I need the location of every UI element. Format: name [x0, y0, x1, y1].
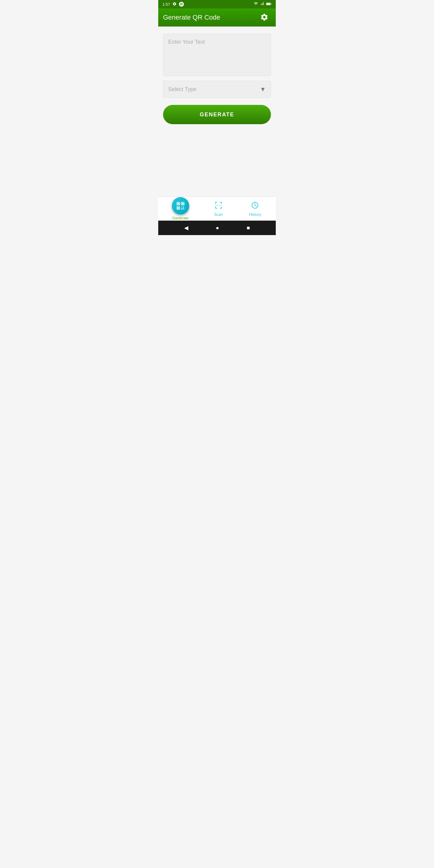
content-spacer [163, 129, 271, 189]
status-bar: 1:57 P [158, 0, 276, 8]
svg-rect-11 [181, 208, 182, 210]
generate-button[interactable]: GENERATE [163, 105, 271, 124]
svg-rect-10 [183, 207, 184, 208]
main-content: Select Type ▼ GENERATE [158, 27, 276, 196]
tab-history[interactable]: History [243, 198, 267, 219]
tab-scan[interactable]: Scan [207, 198, 230, 219]
svg-line-16 [255, 205, 256, 206]
android-nav-bar: ◀ ● ■ [158, 221, 276, 235]
app-bar: Generate QR Code [158, 8, 276, 27]
svg-rect-6 [182, 203, 183, 204]
scan-icon [214, 201, 223, 211]
generate-fab-icon [172, 197, 189, 215]
battery-icon [266, 1, 272, 7]
svg-rect-9 [181, 207, 182, 208]
bottom-nav: Generate Scan History [158, 196, 276, 221]
page-title: Generate QR Code [163, 13, 220, 22]
wifi-icon [253, 1, 258, 7]
settings-button[interactable] [258, 10, 271, 25]
history-icon [250, 201, 259, 211]
chevron-down-icon: ▼ [260, 86, 266, 93]
status-bar-right [253, 1, 272, 7]
status-bar-left: 1:57 P [162, 2, 184, 7]
signal-icon [260, 1, 264, 7]
time-display: 1:57 [162, 2, 170, 7]
parking-icon: P [179, 2, 184, 7]
svg-rect-1 [267, 3, 270, 4]
settings-status-icon [173, 2, 177, 7]
tab-scan-label: Scan [214, 212, 223, 217]
android-home-button[interactable]: ● [213, 222, 221, 234]
svg-rect-12 [183, 208, 184, 210]
android-back-button[interactable]: ◀ [182, 222, 191, 234]
select-type-label: Select Type [168, 86, 196, 93]
svg-rect-2 [271, 4, 271, 4]
tab-generate[interactable]: Generate [167, 195, 194, 223]
tab-history-label: History [249, 212, 261, 217]
text-input[interactable] [163, 34, 271, 76]
select-type-dropdown[interactable]: Select Type ▼ [163, 81, 271, 98]
android-recent-button[interactable]: ■ [244, 222, 252, 234]
svg-rect-8 [178, 207, 179, 209]
svg-rect-4 [178, 203, 179, 204]
tab-generate-label: Generate [173, 216, 189, 220]
